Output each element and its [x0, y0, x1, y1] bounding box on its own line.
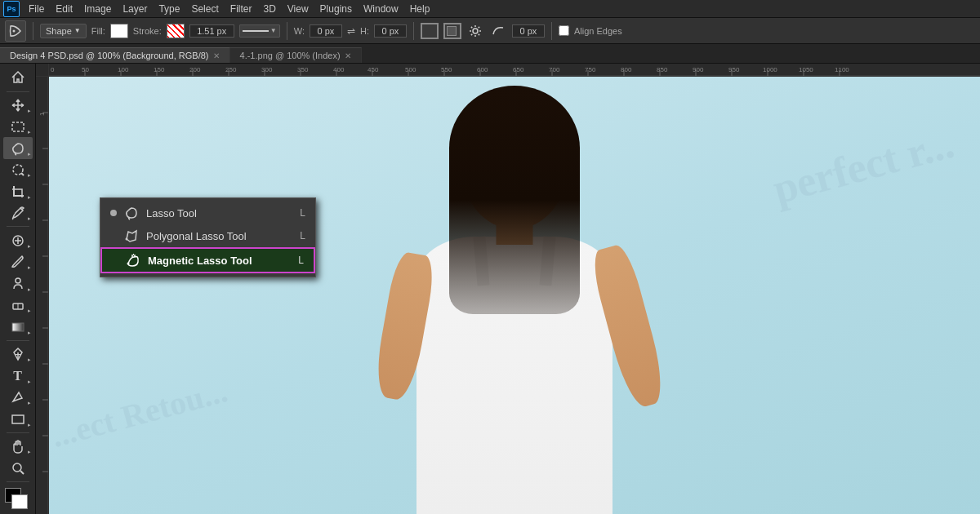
menu-window[interactable]: Window — [358, 2, 404, 16]
w-input[interactable] — [310, 24, 342, 38]
tab-design4-close[interactable]: ✕ — [213, 51, 220, 60]
subtract-shapes-icon[interactable] — [443, 23, 461, 39]
healing-tool[interactable]: ▸ — [3, 229, 33, 251]
type-tool[interactable]: T ▸ — [3, 365, 33, 387]
ctx-polygonal-shortcut: L — [300, 230, 305, 241]
svg-text:250: 250 — [225, 66, 237, 73]
canvas[interactable]: perfect r... ...ect Retou... — [49, 77, 980, 514]
menu-3d[interactable]: 3D — [257, 2, 281, 16]
path-select-arrow: ▸ — [28, 400, 31, 406]
fill-label: Fill: — [91, 26, 105, 36]
pen-tool[interactable]: ▸ — [3, 343, 33, 366]
shape-arrow: ▸ — [28, 422, 31, 428]
combine-shapes-icon[interactable] — [421, 23, 439, 39]
clone-tool[interactable]: ▸ — [3, 273, 33, 295]
radius-input[interactable] — [512, 24, 545, 38]
home-tool[interactable] — [3, 67, 33, 89]
shape-mode-dropdown[interactable]: Shape ▼ — [40, 24, 87, 38]
ctx-magnetic-shortcut: L — [298, 255, 304, 266]
hand-tool[interactable]: ▸ — [3, 436, 33, 458]
tab-design4[interactable]: Design 4 PSD.psd @ 100% (Background, RGB… — [0, 47, 230, 63]
pen-arrow: ▸ — [28, 357, 31, 363]
svg-text:50: 50 — [82, 66, 89, 73]
menu-filter[interactable]: Filter — [225, 2, 258, 16]
marquee-tool[interactable]: ▸ — [3, 116, 33, 138]
svg-point-13 — [13, 463, 21, 472]
ruler-row: 0 50 100 150 200 250 300 350 400 — [36, 64, 980, 77]
lasso-tool[interactable]: ▸ — [3, 137, 33, 159]
menu-view[interactable]: View — [282, 2, 314, 16]
chevron-down-icon: ▼ — [74, 27, 81, 34]
tab-bar: Design 4 PSD.psd @ 100% (Background, RGB… — [0, 44, 980, 64]
move-tool[interactable]: ▸ — [3, 94, 33, 116]
tool-context-menu: Lasso Tool L Polygonal Lasso Tool L — [100, 197, 316, 277]
stroke-width-input[interactable] — [189, 24, 234, 38]
ctx-lasso-tool[interactable]: Lasso Tool L — [100, 202, 315, 224]
svg-text:950: 950 — [728, 66, 740, 73]
svg-text:600: 600 — [477, 66, 488, 73]
tab-41png[interactable]: 4.-1.png @ 100% (Index) ✕ — [230, 47, 362, 63]
gradient-arrow: ▸ — [28, 330, 31, 336]
menu-bar: Ps File Edit Image Layer Type Select Fil… — [0, 0, 980, 18]
gradient-tool[interactable]: ▸ — [3, 316, 33, 338]
path-select-tool[interactable]: ▸ — [3, 387, 33, 409]
menu-select[interactable]: Select — [185, 2, 224, 16]
quick-select-arrow: ▸ — [28, 172, 31, 179]
ctx-lasso-bullet — [110, 210, 117, 216]
magnetic-lasso-icon — [125, 252, 141, 268]
shape-tool[interactable]: ▸ — [3, 408, 33, 430]
ctx-magnetic-tool[interactable]: Magnetic Lasso Tool L — [100, 247, 315, 273]
menu-plugins[interactable]: Plugins — [314, 2, 358, 16]
ctx-lasso-label: Lasso Tool — [146, 207, 293, 219]
svg-text:450: 450 — [368, 66, 379, 73]
tab-41png-close[interactable]: ✕ — [345, 51, 351, 60]
svg-text:900: 900 — [693, 66, 704, 73]
menu-file[interactable]: File — [23, 2, 50, 16]
background-color[interactable] — [11, 494, 28, 509]
type-icon: T — [13, 369, 22, 383]
brush-tool[interactable]: ▸ — [3, 251, 33, 273]
svg-point-0 — [13, 29, 16, 32]
align-edges-checkbox[interactable] — [559, 25, 569, 36]
svg-text:200: 200 — [189, 66, 201, 73]
menu-type[interactable]: Type — [153, 2, 185, 16]
svg-text:650: 650 — [513, 66, 524, 73]
curve-icon — [489, 22, 507, 40]
ruler-horizontal: 0 50 100 150 200 250 300 350 400 — [49, 64, 980, 77]
menu-image[interactable]: Image — [78, 2, 117, 16]
healing-arrow: ▸ — [28, 243, 31, 250]
crop-tool[interactable]: ▸ — [3, 180, 33, 202]
zoom-tool[interactable] — [3, 457, 33, 479]
stroke-label: Stroke: — [133, 26, 162, 36]
canvas-background: perfect r... ...ect Retou... — [49, 77, 980, 514]
shape-mode-label: Shape — [46, 26, 72, 36]
fill-swatch[interactable] — [110, 24, 128, 38]
menu-layer[interactable]: Layer — [117, 2, 153, 16]
stroke-style-selector[interactable]: ▼ — [239, 24, 280, 38]
svg-point-8 — [16, 278, 20, 283]
quick-select-tool[interactable]: ▸ — [3, 159, 33, 181]
eyedropper-tool[interactable]: ▸ — [3, 202, 33, 224]
svg-point-1 — [473, 29, 478, 33]
svg-text:1000: 1000 — [763, 66, 777, 73]
svg-point-75 — [127, 263, 130, 265]
svg-rect-2 — [12, 122, 24, 131]
separator-3 — [413, 22, 414, 40]
ctx-polygonal-tool[interactable]: Polygonal Lasso Tool L — [100, 224, 315, 247]
stroke-swatch[interactable] — [167, 24, 185, 38]
color-swatches[interactable] — [3, 488, 33, 514]
align-edges-label: Align Edges — [574, 26, 622, 36]
marquee-tool-arrow: ▸ — [28, 129, 31, 135]
separator-4 — [551, 22, 552, 40]
link-icon[interactable]: ⇌ — [347, 25, 355, 37]
menu-help[interactable]: Help — [404, 2, 436, 16]
person-container — [282, 86, 747, 514]
tool-options-icon[interactable] — [5, 20, 26, 42]
eraser-tool[interactable]: ▸ — [3, 295, 33, 317]
svg-text:350: 350 — [297, 66, 309, 73]
ps-logo: Ps — [3, 1, 20, 17]
h-input[interactable] — [374, 24, 407, 38]
gear-icon[interactable] — [466, 22, 484, 40]
menu-edit[interactable]: Edit — [50, 2, 78, 16]
arm-left — [372, 250, 437, 402]
